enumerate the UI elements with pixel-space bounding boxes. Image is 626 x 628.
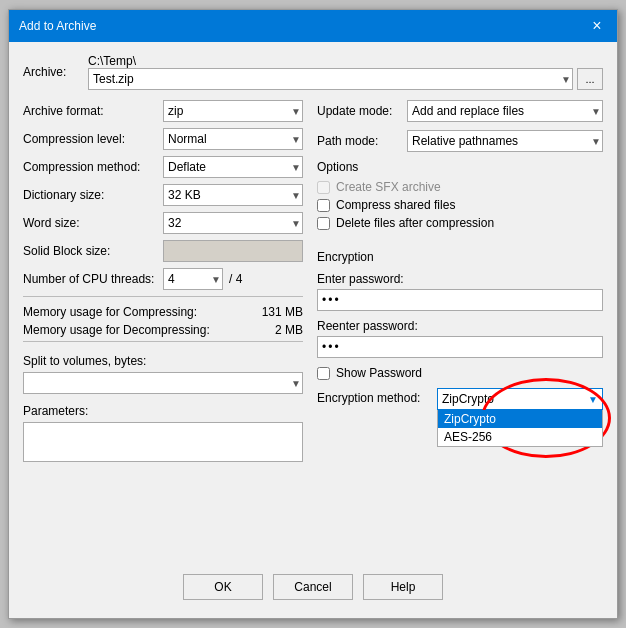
shared-label: Compress shared files xyxy=(336,198,455,212)
show-password-label: Show Password xyxy=(336,366,422,380)
archive-path: C:\Temp\ xyxy=(88,54,603,68)
button-bar: OK Cancel Help xyxy=(23,564,603,606)
update-mode-label: Update mode: xyxy=(317,104,407,118)
archive-format-combo[interactable]: zip7ztargzbz2 ▼ xyxy=(163,100,303,122)
memory-compress-row: Memory usage for Compressing: 131 MB xyxy=(23,305,303,319)
sfx-checkbox-row: Create SFX archive xyxy=(317,180,603,194)
delete-files-checkbox[interactable] xyxy=(317,217,330,230)
close-button[interactable]: × xyxy=(587,16,607,36)
enter-password-input[interactable] xyxy=(317,289,603,311)
split-label: Split to volumes, bytes: xyxy=(23,354,303,368)
shared-checkbox-row: Compress shared files xyxy=(317,198,603,212)
options-section: Options Create SFX archive Compress shar… xyxy=(317,160,603,234)
show-password-row: Show Password xyxy=(317,366,603,380)
enter-password-label: Enter password: xyxy=(317,272,603,286)
cpu-threads-combo[interactable]: 4 ▼ xyxy=(163,268,223,290)
sfx-checkbox[interactable] xyxy=(317,181,330,194)
archive-format-label: Archive format: xyxy=(23,104,163,118)
archive-format-row: Archive format: zip7ztargzbz2 ▼ xyxy=(23,100,303,122)
params-input[interactable] xyxy=(23,422,303,462)
solid-block-label: Solid Block size: xyxy=(23,244,163,258)
help-button[interactable]: Help xyxy=(363,574,443,600)
update-mode-row: Update mode: Add and replace filesUpdate… xyxy=(317,100,603,122)
encryption-method-combo[interactable]: ZipCrypto ▼ ZipCrypto AES-256 xyxy=(437,388,603,410)
dialog-title: Add to Archive xyxy=(19,19,96,33)
encryption-method-row: Encryption method: ZipCrypto ▼ ZipCrypto… xyxy=(317,388,603,410)
cpu-threads-label: Number of CPU threads: xyxy=(23,272,163,286)
archive-label: Archive: xyxy=(23,65,88,79)
title-bar: Add to Archive × xyxy=(9,10,617,42)
path-mode-row: Path mode: Relative pathnamesAbsolute pa… xyxy=(317,130,603,152)
word-size-combo[interactable]: 163264128 ▼ xyxy=(163,212,303,234)
compression-level-combo[interactable]: StoreFastestFastNormalMaximumUltra ▼ xyxy=(163,128,303,150)
enc-method-arrow-icon: ▼ xyxy=(588,394,598,405)
delete-checkbox-row: Delete files after compression xyxy=(317,216,603,230)
archive-row: Archive: C:\Temp\ Test.zip ▼ ... xyxy=(23,54,603,90)
split-select[interactable] xyxy=(23,372,303,394)
path-mode-label: Path mode: xyxy=(317,134,407,148)
archive-filename-combo[interactable]: Test.zip ▼ xyxy=(88,68,573,90)
compression-method-select[interactable]: DeflateDeflate64BZip2LZMA xyxy=(163,156,303,178)
compression-method-label: Compression method: xyxy=(23,160,163,174)
cpu-slash: / 4 xyxy=(229,272,242,286)
compression-level-row: Compression level: StoreFastestFastNorma… xyxy=(23,128,303,150)
memory-decompress-label: Memory usage for Decompressing: xyxy=(23,323,223,337)
compression-method-row: Compression method: DeflateDeflate64BZip… xyxy=(23,156,303,178)
delete-label: Delete files after compression xyxy=(336,216,494,230)
archive-filename-select[interactable]: Test.zip xyxy=(88,68,573,90)
memory-decompress-row: Memory usage for Decompressing: 2 MB xyxy=(23,323,303,337)
memory-compress-value: 131 MB xyxy=(223,305,303,319)
word-size-label: Word size: xyxy=(23,216,163,230)
cpu-threads-row: Number of CPU threads: 4 ▼ / 4 xyxy=(23,268,303,290)
compression-method-combo[interactable]: DeflateDeflate64BZip2LZMA ▼ xyxy=(163,156,303,178)
params-section: Parameters: xyxy=(23,404,303,462)
add-to-archive-dialog: Add to Archive × Archive: C:\Temp\ Test.… xyxy=(8,9,618,619)
shared-files-checkbox[interactable] xyxy=(317,199,330,212)
dict-size-select[interactable]: 16 KB32 KB64 KB128 KB xyxy=(163,184,303,206)
enc-option-zipcrypto[interactable]: ZipCrypto xyxy=(438,410,602,428)
split-combo[interactable]: ▼ xyxy=(23,372,303,394)
sfx-label: Create SFX archive xyxy=(336,180,441,194)
cancel-button[interactable]: Cancel xyxy=(273,574,353,600)
dict-size-label: Dictionary size: xyxy=(23,188,163,202)
enc-method-display[interactable]: ZipCrypto ▼ xyxy=(437,388,603,410)
word-size-row: Word size: 163264128 ▼ xyxy=(23,212,303,234)
update-mode-select[interactable]: Add and replace filesUpdate and add file… xyxy=(407,100,603,122)
memory-compress-label: Memory usage for Compressing: xyxy=(23,305,223,319)
encryption-method-label: Encryption method: xyxy=(317,388,437,405)
compression-level-label: Compression level: xyxy=(23,132,163,146)
enc-option-aes256[interactable]: AES-256 xyxy=(438,428,602,446)
memory-decompress-value: 2 MB xyxy=(223,323,303,337)
archive-format-select[interactable]: zip7ztargzbz2 xyxy=(163,100,303,122)
browse-button[interactable]: ... xyxy=(577,68,603,90)
dict-size-combo[interactable]: 16 KB32 KB64 KB128 KB ▼ xyxy=(163,184,303,206)
options-title: Options xyxy=(317,160,603,174)
params-label: Parameters: xyxy=(23,404,303,418)
reenter-password-input[interactable] xyxy=(317,336,603,358)
path-mode-select[interactable]: Relative pathnamesAbsolute pathnamesNo p… xyxy=(407,130,603,152)
show-password-checkbox[interactable] xyxy=(317,367,330,380)
solid-block-input xyxy=(163,240,303,262)
compression-level-select[interactable]: StoreFastestFastNormalMaximumUltra xyxy=(163,128,303,150)
dict-size-row: Dictionary size: 16 KB32 KB64 KB128 KB ▼ xyxy=(23,184,303,206)
solid-block-row: Solid Block size: xyxy=(23,240,303,262)
cpu-threads-select[interactable]: 4 xyxy=(163,268,223,290)
path-mode-combo[interactable]: Relative pathnamesAbsolute pathnamesNo p… xyxy=(407,130,603,152)
solid-block-combo xyxy=(163,240,303,262)
encryption-title: Encryption xyxy=(317,250,603,264)
enc-method-dropdown[interactable]: ZipCrypto AES-256 xyxy=(437,410,603,447)
word-size-select[interactable]: 163264128 xyxy=(163,212,303,234)
update-mode-combo[interactable]: Add and replace filesUpdate and add file… xyxy=(407,100,603,122)
split-section: Split to volumes, bytes: ▼ xyxy=(23,354,303,394)
ok-button[interactable]: OK xyxy=(183,574,263,600)
enc-method-value: ZipCrypto xyxy=(442,392,588,406)
encryption-section: Encryption Enter password: Reenter passw… xyxy=(317,250,603,410)
reenter-password-label: Reenter password: xyxy=(317,319,603,333)
